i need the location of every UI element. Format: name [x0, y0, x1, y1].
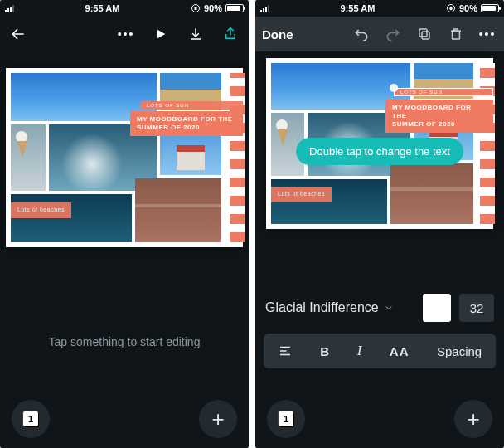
signal-icon: [5, 5, 14, 12]
svg-rect-5: [419, 29, 427, 37]
play-icon[interactable]: [151, 24, 171, 44]
font-picker[interactable]: Glacial Indifference: [265, 300, 414, 315]
done-button[interactable]: Done: [262, 27, 293, 41]
phone-editor: 9:55 AM 90% Done: [255, 0, 504, 448]
page-number-badge: 1: [279, 411, 293, 426]
download-icon[interactable]: [186, 24, 206, 44]
redo-icon[interactable]: [383, 24, 403, 44]
viewer-toolbar: [0, 17, 249, 51]
back-icon[interactable]: [8, 24, 28, 44]
page-number-badge: 1: [23, 411, 38, 426]
plus-icon: +: [211, 408, 224, 430]
text-format-bottom-row: B I AA Spacing: [264, 334, 496, 368]
moodboard-title[interactable]: MY MOODBOARD FOR THE SUMMER OF 2020: [385, 100, 493, 133]
status-time: 9:55 AM: [85, 3, 120, 13]
chevron-down-icon: [384, 303, 394, 313]
moodboard-subtitle[interactable]: LOTS OF SUN: [140, 101, 243, 110]
rotation-lock-icon: [191, 3, 201, 13]
undo-icon[interactable]: [351, 24, 371, 44]
bold-button[interactable]: B: [320, 344, 329, 358]
battery-pct: 90%: [204, 3, 222, 13]
status-bar: 9:55 AM 90%: [0, 0, 249, 17]
battery-icon: [225, 4, 244, 12]
text-color-swatch[interactable]: [423, 294, 451, 322]
font-name: Glacial Indifference: [265, 300, 379, 315]
design-canvas[interactable]: LOTS OF SUN MY MOODBOARD FOR THE SUMMER …: [6, 68, 243, 247]
uppercase-button[interactable]: AA: [390, 344, 410, 358]
signal-icon: [260, 5, 269, 12]
italic-button[interactable]: I: [357, 343, 362, 359]
moodboard-caption[interactable]: Lots of beaches: [271, 187, 332, 202]
align-button[interactable]: [278, 343, 293, 358]
status-time: 9:55 AM: [341, 3, 376, 13]
add-page-button[interactable]: +: [454, 400, 492, 438]
editor-toolbar: Done: [255, 17, 504, 51]
battery-pct: 90%: [459, 3, 477, 13]
more-icon[interactable]: [477, 24, 497, 44]
trash-icon[interactable]: [446, 24, 466, 44]
design-canvas[interactable]: LOTS OF SUN MY MOODBOARD FOR THE SUMMER …: [266, 58, 493, 229]
status-bar: 9:55 AM 90%: [255, 0, 504, 17]
share-icon[interactable]: [220, 24, 240, 44]
pages-button[interactable]: 1: [12, 400, 50, 438]
moodboard-title[interactable]: MY MOODBOARD FOR THE SUMMER OF 2020: [130, 111, 243, 136]
svg-rect-3: [449, 7, 452, 11]
edit-tooltip: Double tap to change the text: [296, 138, 463, 165]
rotation-lock-icon: [446, 3, 456, 13]
text-format-top-row: Glacial Indifference 32: [255, 289, 504, 327]
editor-hint: Tap something to start editing: [0, 335, 249, 348]
moodboard-subtitle-selected[interactable]: LOTS OF SUN: [394, 88, 493, 96]
pages-button[interactable]: 1: [267, 400, 305, 438]
svg-rect-4: [422, 32, 429, 39]
add-page-button[interactable]: +: [199, 400, 237, 438]
svg-rect-6: [453, 31, 460, 39]
more-icon[interactable]: [116, 24, 136, 44]
copy-icon[interactable]: [414, 24, 434, 44]
selection-handle[interactable]: [390, 84, 398, 92]
svg-rect-1: [194, 7, 196, 11]
phone-viewer: 9:55 AM 90%: [0, 0, 249, 448]
font-size-chip[interactable]: 32: [459, 294, 494, 322]
plus-icon: +: [467, 408, 479, 430]
moodboard-caption[interactable]: Lots of beaches: [11, 202, 71, 218]
spacing-button[interactable]: Spacing: [437, 344, 482, 358]
battery-icon: [481, 4, 499, 12]
